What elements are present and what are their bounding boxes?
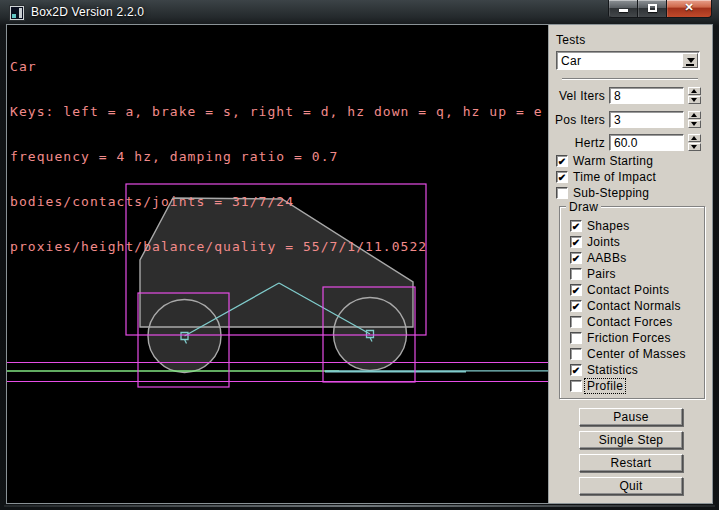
friction-forces-label: Friction Forces [587,331,671,345]
test-select-dropdown[interactable]: Car [556,51,700,70]
time-of-impact-checkbox[interactable]: ✔ [556,171,568,183]
draw-group-title: Draw [566,200,601,214]
client-area: Car Keys: left = a, brake = s, right = d… [7,25,712,503]
control-panel: Tests Car Vel Iters Pos Iters [548,25,712,503]
contact-points-label: Contact Points [587,283,669,297]
hertz-down-button[interactable] [688,143,701,151]
close-icon: ✕ [667,1,711,14]
time-of-impact-toggle[interactable]: ✔ Time of Impact [556,170,706,184]
chevron-down-icon [687,58,695,63]
debug-text-overlay: Car Keys: left = a, brake = s, right = d… [10,29,543,284]
pairs-label: Pairs [587,267,616,281]
shapes-label: Shapes [587,219,630,233]
minimize-icon [619,9,628,12]
simulation-canvas[interactable]: Car Keys: left = a, brake = s, right = d… [7,25,548,503]
hertz-input[interactable] [609,134,684,151]
contact-forces-toggle[interactable]: Contact Forces [570,315,700,329]
statistics-toggle[interactable]: ✔ Statistics [570,363,700,377]
minimize-button[interactable] [608,0,638,18]
separator [562,78,698,80]
draw-groupbox: Draw ✔ Shapes ✔ Joints ✔ AABBs Pairs [559,206,705,399]
pos-iters-down-button[interactable] [688,120,701,128]
profile-label: Profile [585,379,625,393]
vel-iters-label: Vel Iters [549,89,605,103]
warm-starting-toggle[interactable]: ✔ Warm Starting [556,154,706,168]
center-of-masses-label: Center of Masses [587,347,686,361]
arrow-down-icon [691,145,697,149]
arrow-down-icon [691,98,697,102]
profile-checkbox[interactable] [570,380,582,392]
maximize-icon [648,4,657,12]
arrow-up-icon [691,89,697,93]
app-icon-detail-strip [19,8,22,18]
vel-iters-down-button[interactable] [688,96,701,104]
arrow-down-icon [691,122,697,126]
joints-toggle[interactable]: ✔ Joints [570,235,700,249]
time-of-impact-label: Time of Impact [573,170,656,184]
warm-starting-checkbox[interactable]: ✔ [556,155,568,167]
pairs-checkbox[interactable] [570,268,582,280]
shapes-toggle[interactable]: ✔ Shapes [570,219,700,233]
window-frame: Box2D Version 2.2.0 ✕ [0,0,719,510]
contact-forces-checkbox[interactable] [570,316,582,328]
dropdown-arrow-button[interactable] [682,53,698,68]
friction-forces-toggle[interactable]: Friction Forces [570,331,700,345]
contact-points-toggle[interactable]: ✔ Contact Points [570,283,700,297]
contact-normals-checkbox[interactable]: ✔ [570,300,582,312]
hud-frequency: frequency = 4 hz, damping ratio = 0.7 [10,149,543,164]
pos-iters-stepper [688,111,701,128]
app-icon-detail [12,14,16,18]
aabbs-toggle[interactable]: ✔ AABBs [570,251,700,265]
test-select-value: Car [561,54,581,68]
contact-normals-toggle[interactable]: ✔ Contact Normals [570,299,700,313]
pairs-toggle[interactable]: Pairs [570,267,700,281]
window-title: Box2D Version 2.2.0 [31,5,144,19]
hud-keys: Keys: left = a, brake = s, right = d, hz… [10,104,543,119]
joints-checkbox[interactable]: ✔ [570,236,582,248]
hud-test-name: Car [10,59,543,74]
statistics-checkbox[interactable]: ✔ [570,364,582,376]
quit-button[interactable]: Quit [579,477,683,495]
aabbs-checkbox[interactable]: ✔ [570,252,582,264]
joints-label: Joints [587,235,620,249]
vel-iters-input[interactable] [609,87,684,104]
center-of-masses-checkbox[interactable] [570,348,582,360]
sub-stepping-checkbox[interactable] [556,187,568,199]
hertz-label: Hertz [549,136,605,150]
center-of-masses-toggle[interactable]: Center of Masses [570,347,700,361]
pause-button[interactable]: Pause [579,408,683,426]
close-button[interactable]: ✕ [666,0,712,18]
hud-bodies: bodies/contacts/joints = 31/7/24 [10,194,543,209]
app-icon[interactable] [10,6,24,20]
restart-button[interactable]: Restart [579,454,683,472]
arrow-up-icon [691,136,697,140]
sub-stepping-label: Sub-Stepping [573,186,649,200]
hertz-row: Hertz [549,134,713,152]
profile-toggle[interactable]: Profile [570,379,700,393]
title-bar[interactable]: Box2D Version 2.2.0 ✕ [0,0,719,25]
pos-iters-row: Pos Iters [549,111,713,129]
pos-iters-input[interactable] [609,111,684,128]
vel-iters-row: Vel Iters [549,87,713,105]
friction-forces-checkbox[interactable] [570,332,582,344]
hud-proxies: proxies/height/balance/quality = 55/7/1/… [10,239,543,254]
pos-iters-label: Pos Iters [549,113,605,127]
statistics-label: Statistics [587,363,638,377]
hertz-up-button[interactable] [688,134,701,142]
arrow-up-icon [691,113,697,117]
contact-points-checkbox[interactable]: ✔ [570,284,582,296]
contact-normals-label: Contact Normals [587,299,681,313]
shapes-checkbox[interactable]: ✔ [570,220,582,232]
maximize-button[interactable] [637,0,667,18]
hertz-stepper [688,134,701,151]
pos-iters-up-button[interactable] [688,111,701,119]
sub-stepping-toggle[interactable]: Sub-Stepping [556,186,706,200]
tests-label: Tests [556,33,586,47]
warm-starting-label: Warm Starting [573,154,653,168]
vel-iters-stepper [688,87,701,104]
contact-forces-label: Contact Forces [587,315,673,329]
aabbs-label: AABBs [587,251,627,265]
single-step-button[interactable]: Single Step [579,431,683,449]
vel-iters-up-button[interactable] [688,87,701,95]
